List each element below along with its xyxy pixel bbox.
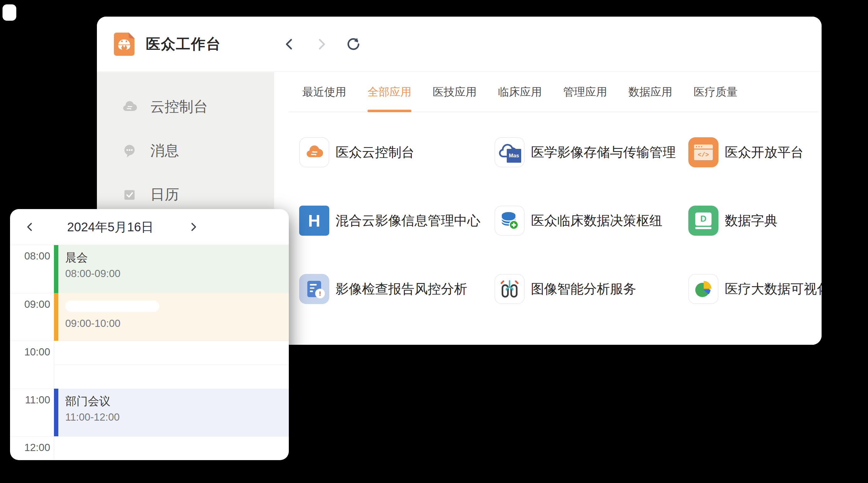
event-redacted[interactable]: 09:00-10:00 — [54, 293, 289, 341]
cloud-console-icon — [299, 137, 329, 167]
calendar-date: 2024年5月16日 — [67, 219, 154, 236]
events-layer: 晨会 08:00-09:00 09:00-10:00 部门会议 11:00-12… — [54, 245, 289, 460]
event-time-range: 09:00-10:00 — [65, 318, 289, 329]
alert-exclamation-glyph: ! — [315, 289, 325, 298]
app-item-clinical-data-hub[interactable]: 医众临床数据决策枢纽 — [495, 205, 688, 236]
report-risk-analysis-icon: ! — [299, 274, 329, 304]
message-icon — [121, 142, 138, 159]
event-title-redacted-pill — [65, 300, 159, 312]
event-morning-meeting[interactable]: 晨会 08:00-09:00 — [54, 245, 289, 293]
app-item-image-ai-analysis[interactable]: 图像智能分析服务 — [495, 274, 688, 304]
tabs-bar: 最近使用 全部应用 医技应用 临床应用 管理应用 数据应用 医疗质量 — [288, 72, 818, 112]
h-letter-glyph: H — [308, 211, 320, 230]
app-label: 混合云影像信息管理中心 — [336, 212, 480, 229]
book-glyph: D — [695, 213, 712, 229]
apps-content: 最近使用 全部应用 医技应用 临床应用 管理应用 数据应用 医疗质量 — [274, 72, 822, 345]
app-title: 医众工作台 — [146, 34, 221, 54]
event-time-range: 11:00-12:00 — [65, 411, 289, 423]
event-title: 晨会 — [65, 251, 289, 264]
back-button[interactable] — [281, 36, 298, 52]
window-header: 医众工作台 — [97, 17, 822, 72]
calendar-icon — [121, 187, 138, 203]
time-label: 09:00 — [10, 298, 50, 310]
calendar-panel: 2024年5月16日 08:00 09:00 10:00 11:00 12:00 — [10, 209, 289, 460]
app-logo-icon — [111, 31, 137, 57]
data-dictionary-icon: D — [688, 205, 718, 236]
apps-grid: 医众云控制台 Mas 医学影像存储与传输管理 < — [274, 112, 822, 304]
time-label: 08:00 — [10, 250, 50, 262]
app-label: 影像检查报告风控分析 — [336, 280, 467, 298]
sidebar-item-label: 消息 — [150, 141, 179, 160]
big-data-visualization-icon — [688, 274, 718, 304]
tab-medical-quality[interactable]: 医疗质量 — [694, 72, 738, 111]
app-label: 数据字典 — [725, 212, 777, 229]
d-letter-glyph: D — [695, 213, 712, 226]
calendar-header: 2024年5月16日 — [10, 209, 289, 245]
forward-button[interactable] — [313, 36, 330, 52]
app-item-report-risk-analysis[interactable]: ! 影像检查报告风控分析 — [299, 274, 495, 304]
event-title: 部门会议 — [65, 394, 289, 408]
clinical-data-hub-icon — [495, 205, 525, 236]
sidebar-item-messages[interactable]: 消息 — [97, 129, 274, 173]
app-item-cloud-console[interactable]: 医众云控制台 — [299, 137, 495, 167]
cloud-icon — [121, 99, 138, 115]
app-item-open-platform[interactable]: </> 医众开放平台 — [688, 137, 822, 167]
app-item-big-data-visualization[interactable]: 医疗大数据可视化 — [688, 274, 822, 304]
mas-badge: Mas — [507, 149, 521, 163]
sidebar-item-label: 云控制台 — [150, 97, 208, 117]
browser-window-glyph: </> — [694, 144, 713, 160]
background-window-corner — [2, 4, 16, 21]
app-item-medical-image-storage[interactable]: Mas 医学影像存储与传输管理 — [495, 137, 688, 167]
event-department-meeting[interactable]: 部门会议 11:00-12:00 — [54, 389, 289, 436]
tab-data-apps[interactable]: 数据应用 — [628, 72, 672, 111]
calendar-prev-button[interactable] — [23, 220, 37, 234]
refresh-button[interactable] — [345, 36, 362, 52]
app-label: 医众云控制台 — [336, 143, 414, 161]
tab-clinical-apps[interactable]: 临床应用 — [498, 72, 542, 111]
medical-image-storage-icon: Mas — [495, 137, 525, 167]
sidebar-item-cloud-console[interactable]: 云控制台 — [97, 85, 274, 129]
app-item-data-dictionary[interactable]: D 数据字典 — [688, 205, 822, 236]
tab-medtech-apps[interactable]: 医技应用 — [433, 72, 477, 111]
calendar-day-view: 08:00 09:00 10:00 11:00 12:00 晨会 08:00-0… — [10, 245, 289, 460]
open-platform-icon: </> — [688, 137, 718, 167]
app-item-hybrid-cloud-imaging[interactable]: H 混合云影像信息管理中心 — [299, 205, 495, 236]
tab-recent[interactable]: 最近使用 — [302, 72, 346, 111]
app-label: 图像智能分析服务 — [531, 280, 636, 298]
event-time-range: 08:00-09:00 — [65, 268, 289, 280]
code-glyph: </> — [694, 150, 713, 160]
image-ai-analysis-icon — [495, 274, 525, 304]
calendar-next-button[interactable] — [186, 220, 200, 234]
header-nav — [281, 17, 362, 71]
app-label: 医众临床数据决策枢纽 — [531, 212, 662, 229]
desktop-background: 医众工作台 — [0, 0, 868, 483]
app-label: 医众开放平台 — [725, 143, 804, 161]
sidebar-item-label: 日历 — [150, 185, 179, 204]
app-label: 医学影像存储与传输管理 — [531, 143, 676, 161]
report-document-glyph: ! — [307, 281, 321, 297]
tab-management-apps[interactable]: 管理应用 — [563, 72, 607, 111]
time-label: 10:00 — [10, 346, 50, 358]
app-label: 医疗大数据可视化 — [725, 280, 822, 298]
time-label: 12:00 — [10, 442, 50, 454]
time-label: 11:00 — [10, 394, 50, 406]
tab-all-apps[interactable]: 全部应用 — [368, 72, 411, 111]
hybrid-cloud-imaging-icon: H — [299, 205, 329, 236]
